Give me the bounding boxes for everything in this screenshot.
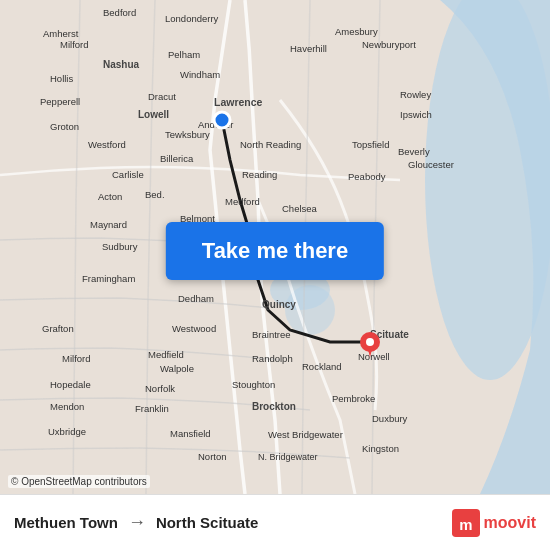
moovit-text: moovit bbox=[484, 514, 536, 532]
svg-text:Brockton: Brockton bbox=[252, 401, 296, 412]
svg-text:Kingston: Kingston bbox=[362, 443, 399, 454]
svg-text:Mansfield: Mansfield bbox=[170, 428, 211, 439]
svg-text:Westford: Westford bbox=[88, 139, 126, 150]
svg-text:Milford: Milford bbox=[62, 353, 91, 364]
svg-text:Amherst: Amherst bbox=[43, 28, 79, 39]
svg-text:Dedham: Dedham bbox=[178, 293, 214, 304]
svg-text:Rowley: Rowley bbox=[400, 89, 431, 100]
svg-text:Reading: Reading bbox=[242, 169, 277, 180]
svg-text:Newburyport: Newburyport bbox=[362, 39, 416, 50]
destination-label: North Scituate bbox=[156, 514, 259, 531]
svg-text:Gloucester: Gloucester bbox=[408, 159, 454, 170]
svg-point-75 bbox=[366, 338, 374, 346]
svg-text:m: m bbox=[459, 515, 472, 532]
route-info: Methuen Town → North Scituate bbox=[14, 512, 452, 533]
svg-text:Groton: Groton bbox=[50, 121, 79, 132]
svg-text:Norton: Norton bbox=[198, 451, 227, 462]
svg-text:Braintree: Braintree bbox=[252, 329, 291, 340]
take-me-there-button[interactable]: Take me there bbox=[166, 222, 384, 280]
svg-text:N. Bridgewater: N. Bridgewater bbox=[258, 452, 318, 462]
svg-text:Haverhill: Haverhill bbox=[290, 43, 327, 54]
svg-text:Stoughton: Stoughton bbox=[232, 379, 275, 390]
svg-text:North Reading: North Reading bbox=[240, 139, 301, 150]
svg-text:Walpole: Walpole bbox=[160, 363, 194, 374]
svg-text:Lowell: Lowell bbox=[138, 109, 169, 120]
svg-text:Nashua: Nashua bbox=[103, 59, 140, 70]
svg-text:Norfolk: Norfolk bbox=[145, 383, 175, 394]
svg-text:Bed.: Bed. bbox=[145, 189, 165, 200]
moovit-logo: m moovit bbox=[452, 509, 536, 537]
svg-text:Londonderry: Londonderry bbox=[165, 13, 219, 24]
svg-text:Billerica: Billerica bbox=[160, 153, 194, 164]
svg-text:Duxbury: Duxbury bbox=[372, 413, 408, 424]
svg-text:Pepperell: Pepperell bbox=[40, 96, 80, 107]
svg-text:Rockland: Rockland bbox=[302, 361, 342, 372]
svg-text:Randolph: Randolph bbox=[252, 353, 293, 364]
map-container: Bedford Londonderry Amherst Milford Nash… bbox=[0, 0, 550, 494]
svg-text:Hollis: Hollis bbox=[50, 73, 73, 84]
svg-text:Lawrence: Lawrence bbox=[214, 96, 263, 108]
svg-text:Dracut: Dracut bbox=[148, 91, 176, 102]
svg-text:Chelsea: Chelsea bbox=[282, 203, 318, 214]
svg-text:Bedford: Bedford bbox=[103, 7, 136, 18]
svg-text:Westwood: Westwood bbox=[172, 323, 216, 334]
svg-text:Ipswich: Ipswich bbox=[400, 109, 432, 120]
svg-text:Pembroke: Pembroke bbox=[332, 393, 375, 404]
moovit-icon-svg: m bbox=[452, 509, 480, 537]
svg-text:Medford: Medford bbox=[225, 196, 260, 207]
svg-text:Mendon: Mendon bbox=[50, 401, 84, 412]
svg-text:Quincy: Quincy bbox=[262, 299, 296, 310]
svg-text:Topsfield: Topsfield bbox=[352, 139, 390, 150]
svg-text:Sudbury: Sudbury bbox=[102, 241, 138, 252]
map-attribution: © OpenStreetMap contributors bbox=[8, 475, 150, 488]
svg-text:Grafton: Grafton bbox=[42, 323, 74, 334]
svg-text:Peabody: Peabody bbox=[348, 171, 386, 182]
svg-point-73 bbox=[214, 112, 230, 128]
svg-text:Framingham: Framingham bbox=[82, 273, 135, 284]
svg-text:Pelham: Pelham bbox=[168, 49, 200, 60]
svg-text:Tewksbury: Tewksbury bbox=[165, 129, 210, 140]
svg-text:Medfield: Medfield bbox=[148, 349, 184, 360]
svg-text:Maynard: Maynard bbox=[90, 219, 127, 230]
svg-text:Carlisle: Carlisle bbox=[112, 169, 144, 180]
svg-text:Acton: Acton bbox=[98, 191, 122, 202]
svg-text:Milford: Milford bbox=[60, 39, 89, 50]
svg-text:Norwell: Norwell bbox=[358, 351, 390, 362]
svg-text:Amesbury: Amesbury bbox=[335, 26, 378, 37]
svg-text:West Bridgewater: West Bridgewater bbox=[268, 429, 343, 440]
svg-text:Uxbridge: Uxbridge bbox=[48, 426, 86, 437]
svg-text:Franklin: Franklin bbox=[135, 403, 169, 414]
origin-label: Methuen Town bbox=[14, 514, 118, 531]
svg-text:Windham: Windham bbox=[180, 69, 220, 80]
arrow-icon: → bbox=[128, 512, 146, 533]
svg-text:Hopedale: Hopedale bbox=[50, 379, 91, 390]
svg-text:Beverly: Beverly bbox=[398, 146, 430, 157]
bottom-bar: Methuen Town → North Scituate m moovit bbox=[0, 494, 550, 550]
